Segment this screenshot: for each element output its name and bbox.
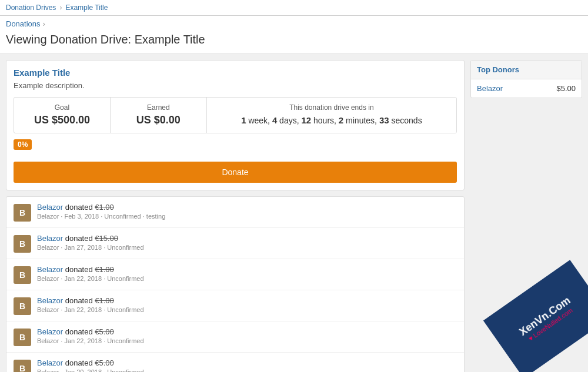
drive-card-title: Example Title: [14, 68, 457, 78]
countdown-label: This donation drive ends in: [216, 103, 447, 112]
donation-info: Belazor donated €1.00 Belazor · Jan 22, …: [37, 296, 457, 313]
donation-info: Belazor donated €1.00 Belazor · Feb 3, 2…: [37, 203, 457, 220]
donor-avatar: B: [14, 204, 31, 222]
top-donor-name[interactable]: Belazor: [477, 84, 503, 93]
donation-item: B Belazor donated €15.00 Belazor · Jan 2…: [6, 228, 464, 259]
progress-badge: 0%: [14, 139, 32, 150]
donation-title: Belazor donated €1.00: [37, 265, 457, 274]
earned-label: Earned: [120, 103, 197, 112]
earned-value: US $0.00: [120, 114, 197, 126]
breadcrumb-donation-drives[interactable]: Donation Drives: [6, 4, 56, 12]
sub-breadcrumb: Donations ›: [0, 16, 588, 31]
donor-avatar: B: [14, 235, 31, 253]
donation-info: Belazor donated €1.00 Belazor · Jan 22, …: [37, 265, 457, 282]
donation-meta: Belazor · Jan 22, 2018 · Unconfirmed: [37, 337, 457, 344]
donation-amount: €1.00: [95, 265, 114, 274]
donation-meta: Belazor · Jan 27, 2018 · Unconfirmed: [37, 244, 457, 251]
top-donors-list: Belazor $5.00: [471, 79, 582, 98]
donor-avatar: B: [14, 266, 31, 284]
countdown-value: 1 week, 4 days, 12 hours, 2 minutes, 33 …: [216, 114, 447, 127]
donor-link[interactable]: Belazor: [37, 358, 63, 367]
donor-link[interactable]: Belazor: [37, 203, 63, 212]
donation-title: Belazor donated €1.00: [37, 203, 457, 212]
drive-card: Example Title Example description. Goal …: [6, 60, 465, 190]
countdown-cell: This donation drive ends in 1 week, 4 da…: [206, 98, 456, 133]
donor-avatar: B: [14, 329, 31, 346]
donation-meta: Belazor · Jan 22, 2018 · Unconfirmed: [37, 275, 457, 282]
top-donor-amount: $5.00: [556, 84, 576, 93]
donation-amount: €1.00: [95, 203, 114, 212]
sub-breadcrumb-arrow: ›: [43, 19, 45, 28]
donor-link[interactable]: Belazor: [37, 296, 63, 305]
donation-meta: Belazor · Jan 22, 2018 · Unconfirmed: [37, 306, 457, 313]
donation-amount: €1.00: [95, 296, 114, 305]
progress-container: 0%: [14, 139, 457, 152]
donation-amount: €5.00: [95, 327, 114, 336]
donor-link[interactable]: Belazor: [37, 265, 63, 274]
weeks-value: 1: [241, 115, 246, 125]
days-value: 4: [272, 115, 277, 125]
stats-row: Goal US $500.00 Earned US $0.00 This don…: [14, 97, 457, 133]
donation-item: B Belazor donated €5.00 Belazor · Jan 20…: [6, 353, 464, 372]
breadcrumb-bar: Donation Drives › Example Title: [0, 0, 588, 16]
top-donors-header: Top Donors: [471, 61, 582, 79]
donation-title: Belazor donated €15.00: [37, 234, 457, 243]
donor-link[interactable]: Belazor: [37, 327, 63, 336]
minutes-value: 2: [339, 115, 343, 125]
goal-value: US $500.00: [24, 114, 101, 126]
donation-info: Belazor donated €15.00 Belazor · Jan 27,…: [37, 234, 457, 251]
donation-info: Belazor donated €5.00 Belazor · Jan 22, …: [37, 327, 457, 344]
donation-item: B Belazor donated €5.00 Belazor · Jan 22…: [6, 321, 464, 353]
hours-value: 12: [301, 115, 311, 125]
donation-amount: €15.00: [95, 234, 118, 243]
earned-cell: Earned US $0.00: [111, 98, 206, 133]
donation-item: B Belazor donated €1.00 Belazor · Jan 22…: [6, 259, 464, 290]
main-layout: Example Title Example description. Goal …: [0, 54, 588, 372]
donation-item: B Belazor donated €1.00 Belazor · Feb 3,…: [6, 197, 464, 228]
goal-cell: Goal US $500.00: [14, 98, 111, 133]
donations-link[interactable]: Donations: [6, 19, 41, 28]
donation-item: B Belazor donated €1.00 Belazor · Jan 22…: [6, 290, 464, 321]
donation-meta: Belazor · Jan 20, 2018 · Unconfirmed: [37, 368, 457, 372]
sidebar: Top Donors Belazor $5.00: [470, 60, 582, 98]
donate-button[interactable]: Donate: [14, 162, 457, 183]
top-donors-card: Top Donors Belazor $5.00: [470, 60, 582, 98]
donor-avatar: B: [14, 297, 31, 315]
seconds-value: 33: [379, 115, 389, 125]
breadcrumb-example-title[interactable]: Example Title: [65, 4, 108, 12]
donation-title: Belazor donated €5.00: [37, 327, 457, 336]
donation-amount: €5.00: [95, 358, 114, 367]
stats-left: Goal US $500.00 Earned US $0.00: [14, 98, 206, 133]
donation-info: Belazor donated €5.00 Belazor · Jan 20, …: [37, 358, 457, 372]
main-content: Example Title Example description. Goal …: [6, 60, 465, 372]
donor-link[interactable]: Belazor: [37, 234, 63, 243]
donation-title: Belazor donated €5.00: [37, 358, 457, 367]
donor-avatar: B: [14, 360, 31, 372]
donation-meta: Belazor · Feb 3, 2018 · Unconfirmed · te…: [37, 213, 457, 220]
top-donor-row: Belazor $5.00: [471, 79, 582, 98]
breadcrumb-sep-1: ›: [59, 4, 62, 12]
drive-description: Example description.: [14, 81, 457, 90]
page-title: Viewing Donation Drive: Example Title: [0, 31, 588, 54]
donation-title: Belazor donated €1.00: [37, 296, 457, 305]
goal-label: Goal: [24, 103, 101, 112]
donation-list: B Belazor donated €1.00 Belazor · Feb 3,…: [6, 196, 465, 372]
